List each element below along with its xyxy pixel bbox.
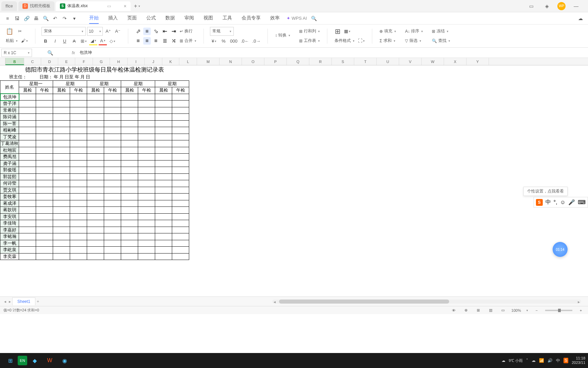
redo-icon[interactable]: ↷ — [60, 14, 69, 23]
taskbar-clock[interactable]: 11:18 2023/11 — [572, 356, 585, 365]
zoom-fx-icon[interactable]: 🔍 — [46, 48, 54, 57]
align-right-icon[interactable]: ≡ — [152, 37, 160, 45]
name-cell[interactable]: 李铭瀚 — [0, 233, 19, 240]
tab-close-icon[interactable]: × — [124, 3, 127, 9]
task-app1-icon[interactable]: ◆ — [27, 354, 42, 367]
task-wps-icon[interactable]: W — [42, 354, 57, 367]
convert-button[interactable]: ↕转换▾ — [274, 31, 291, 40]
name-cell[interactable]: 龚子涵 — [0, 160, 19, 167]
name-cell[interactable]: 包洪坤 — [0, 94, 19, 101]
ime-mic-icon[interactable]: 🎤 — [568, 199, 575, 205]
sort-button[interactable]: A↓排序▾ — [404, 27, 424, 35]
name-cell[interactable]: 李屹泉 — [0, 247, 19, 254]
condfmt-button[interactable]: 条件格式▾ — [333, 37, 356, 45]
ime-keyboard-icon[interactable]: ⌨ — [578, 199, 586, 205]
undo-icon[interactable]: ↶ — [51, 14, 60, 23]
name-cell[interactable]: 何诗莹 — [0, 180, 19, 187]
tab-add-dropdown[interactable]: ▾ — [138, 4, 140, 8]
name-cell[interactable]: 姜牧寒 — [0, 194, 19, 200]
align-top-icon[interactable]: ⬀ — [134, 28, 142, 35]
view-pagebreak-icon[interactable]: ▭ — [499, 307, 507, 313]
col-header-N[interactable]: N — [219, 58, 242, 65]
comma-icon[interactable]: 000 — [229, 37, 239, 45]
dec-decimal-icon[interactable]: .0→ — [251, 37, 262, 45]
col-header-T[interactable]: T — [354, 58, 377, 65]
spreadsheet[interactable]: 德阳市青衣江路小学校班级每日晨午检体温检测记录表班主任：日期： 年 月 日至 年… — [0, 65, 189, 260]
tab-efficiency[interactable]: 效率 — [270, 13, 280, 24]
name-cell[interactable]: 郭俊瑶 — [0, 167, 19, 174]
merge-button[interactable]: ⊞合并▾ — [179, 37, 197, 45]
align-center-icon[interactable]: ≡ — [143, 37, 151, 45]
tab-menu-icon[interactable]: ▭ — [107, 4, 111, 9]
view-layout-icon[interactable]: ▥ — [487, 307, 494, 313]
weather-icon[interactable]: ☁ — [502, 358, 505, 363]
cellstyle2-icon[interactable]: ▦▾ — [343, 27, 352, 35]
fill-button[interactable]: ⊕填充▾ — [378, 27, 397, 35]
task-edge-icon[interactable]: ◉ — [57, 354, 72, 367]
link-icon[interactable]: 🔗 — [22, 14, 31, 23]
col-header-O[interactable]: O — [242, 58, 264, 65]
view-normal-icon[interactable]: ⊞ — [475, 307, 482, 313]
name-cell[interactable]: 陈诗涵 — [0, 114, 19, 121]
fontcolor-button[interactable]: A▾ — [99, 37, 107, 45]
sheet-nav-next[interactable]: ▸ — [7, 299, 12, 304]
name-cell[interactable]: 李一帆 — [0, 240, 19, 247]
increase-font-icon[interactable]: A⁺ — [104, 27, 112, 35]
wps-ai-button[interactable]: ✦ WPS AI — [287, 16, 307, 21]
name-cell[interactable]: 贾文琪 — [0, 187, 19, 194]
formula-input[interactable]: 包洪坤 — [78, 50, 94, 56]
name-cell[interactable]: 陈一菩 — [0, 120, 19, 127]
tray-sogou-icon[interactable]: S — [564, 358, 568, 363]
col-header-Y[interactable]: Y — [467, 58, 489, 65]
name-cell[interactable]: 曾子洋 — [0, 101, 19, 107]
tab-page[interactable]: 页面 — [127, 13, 137, 24]
tab-view[interactable]: 视图 — [203, 13, 213, 24]
filter-button[interactable]: ▽筛选▾ — [404, 37, 422, 45]
col-header-X[interactable]: X — [444, 58, 467, 65]
fx-label[interactable]: fx — [72, 50, 75, 55]
col-header-G[interactable]: G — [93, 58, 110, 65]
col-header-S[interactable]: S — [332, 58, 354, 65]
col-header-K[interactable]: K — [162, 58, 179, 65]
fillcolor-button[interactable]: ◢▾ — [89, 37, 97, 45]
settings-tooltip[interactable]: 个性设置，点我看看 — [523, 187, 568, 196]
ime-emoji-icon[interactable]: ☺ — [560, 199, 566, 205]
tab-tools[interactable]: 工具 — [223, 13, 232, 24]
minimize-button[interactable]: — — [571, 3, 581, 9]
italic-button[interactable]: I — [51, 37, 59, 45]
tray-volume-icon[interactable]: 🔊 — [548, 358, 553, 363]
col-header-M[interactable]: M — [197, 58, 219, 65]
tab-office[interactable]: ffice — [1, 1, 17, 11]
col-header-W[interactable]: W — [422, 58, 444, 65]
tray-onedrive-icon[interactable]: ☁ — [532, 358, 536, 363]
underline-button[interactable]: U — [61, 37, 69, 45]
start-button[interactable]: ⊞ — [3, 354, 18, 367]
orientation-icon[interactable]: ⤭ — [170, 37, 177, 45]
tray-ime-icon[interactable]: 中 — [556, 358, 560, 364]
select-all-corner[interactable] — [0, 58, 5, 65]
settings-icon[interactable]: ☁ — [576, 14, 585, 23]
name-cell[interactable]: 蒋成泽 — [0, 200, 19, 207]
name-cell[interactable]: 李佳琦 — [0, 220, 19, 227]
percent-icon[interactable]: % — [219, 37, 228, 45]
col-header-H[interactable]: H — [110, 58, 128, 65]
name-cell[interactable]: 费禹湉 — [0, 154, 19, 160]
ime-toolbar[interactable]: S 中 °, ☺ 🎤 ⌨ — [534, 197, 588, 208]
name-cell[interactable]: 杜翊宸 — [0, 147, 19, 154]
tray-wifi-icon[interactable]: 📶 — [539, 358, 544, 363]
paste-button[interactable]: 粘贴▾ — [5, 37, 19, 45]
qa-dropdown-icon[interactable]: ▾ — [70, 14, 79, 23]
horizontal-scrollbar[interactable]: ◂ ▸ — [272, 300, 581, 304]
align-left-icon[interactable]: ≡ — [134, 37, 142, 45]
cellstyle-button[interactable]: ◇▾ — [108, 37, 116, 45]
freeze-button[interactable]: ⊞冻结▾ — [431, 27, 450, 35]
tab-insert[interactable]: 插入 — [108, 13, 118, 24]
border-button[interactable]: ⊞▾ — [80, 37, 88, 45]
col-header-U[interactable]: U — [377, 58, 399, 65]
name-cell[interactable]: 李嘉好 — [0, 227, 19, 233]
wrap-button[interactable]: ↵换行 — [179, 27, 194, 35]
col-header-I[interactable]: I — [128, 58, 145, 65]
sheet-tab[interactable]: Sheet1 — [12, 297, 35, 305]
currency-icon[interactable]: ¥▾ — [210, 37, 218, 45]
align-middle-icon[interactable]: ≡ — [143, 28, 151, 35]
